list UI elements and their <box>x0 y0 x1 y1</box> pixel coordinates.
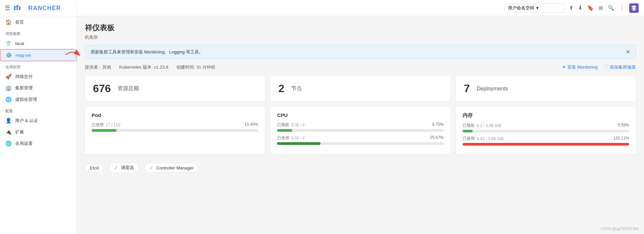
page-subtitle: 机集群 <box>85 34 636 40</box>
install-monitoring-link[interactable]: ✦ 安装 Monitoring <box>562 64 598 70</box>
local-label: local <box>15 41 24 46</box>
sidebar-header: ☰ RANCHER <box>0 0 76 16</box>
mem-used-label: 已使用 <box>463 136 475 142</box>
cpu-used-left: 已使用 1.03 / 4 <box>277 135 305 141</box>
namespace-label: 用户命名空间 <box>508 5 534 11</box>
stat-label-resources: 资源总额 <box>117 85 139 92</box>
mem-used-row: 已使用 4.42 / 3.68 GiB 120.11% <box>463 136 629 146</box>
download-icon[interactable]: ⬇ <box>578 5 582 11</box>
mem-used-label-row: 已使用 4.42 / 3.68 GiB 120.11% <box>463 136 629 142</box>
cpu-used-label-row: 已使用 1.03 / 4 25.67% <box>277 135 444 141</box>
content-area: 祥仪表板 机集群 用新集群工具来管理和安装 Monitoring、Logging… <box>77 16 644 234</box>
sidebar-item-xuni[interactable]: 🌐 虚拟化管理 <box>0 94 76 105</box>
user-icon: 👤 <box>5 118 12 124</box>
provider-label: 提供者：其他 <box>85 64 111 70</box>
global-apps-section: 全局应用 <box>0 61 76 71</box>
alert-text: 用新集群工具来管理和安装 Monitoring、Logging 等工具。 <box>91 49 203 55</box>
sidebar-item-mqq[interactable]: ⚙️ mqq-vm <box>0 49 76 61</box>
cpu-used-progress-bg <box>277 142 444 145</box>
cpu-used-value: 1.03 / 4 <box>291 136 305 141</box>
resource-card-memory: 内存 已预留 0.2 / 3.58 GiB 5.59% <box>456 107 636 154</box>
grid-icon[interactable]: ⊞ <box>599 5 603 11</box>
add-template-link[interactable]: 📄 添加集群做菜 <box>603 64 636 70</box>
sidebar-item-user[interactable]: 👤 用户 & 认证 <box>0 115 76 126</box>
mem-reserved-progress-fill <box>463 130 473 132</box>
resource-card-pod: Pod 已使用 17 / 110 15.45% <box>85 107 265 154</box>
sidebar-item-local[interactable]: 👕 local <box>0 38 76 49</box>
cpu-used-row: 已使用 1.03 / 4 25.67% <box>277 135 444 145</box>
pod-used-label: 已使用 <box>92 122 104 128</box>
resource-card-cpu: CPU 已预留 0.35 / 4 8.75% <box>270 107 450 154</box>
cpu-reserved-label-row: 已预留 0.35 / 4 8.75% <box>277 122 444 128</box>
pod-usage-row: 已使用 17 / 110 15.45% <box>92 122 258 132</box>
sidebar-item-home[interactable]: 🏠 首页 <box>0 16 76 28</box>
mem-reserved-percent: 5.59% <box>618 123 629 128</box>
sidebar-item-jiqun[interactable]: 🏢 集群管理 <box>0 82 76 94</box>
sidebar-item-jixu[interactable]: 🚀 持续交付 <box>0 71 76 82</box>
kuozhan-icon: 🔌 <box>5 129 12 135</box>
cpu-reserved-label: 已预留 <box>277 122 289 128</box>
cpu-reserved-progress-bg <box>277 129 444 132</box>
mem-used-left: 已使用 4.42 / 3.68 GiB <box>463 136 504 142</box>
home-icon: 🏠 <box>5 19 12 25</box>
pod-label-row: 已使用 17 / 110 15.45% <box>92 122 258 128</box>
topbar: 用户命名空间 ▾ ⬆ ⬇ 🔖 ⊞ 🔍 ⋮ <box>77 0 644 16</box>
mqq-icon: ⚙️ <box>6 52 12 58</box>
sidebar-item-kuozhan[interactable]: 🔌 扩展 <box>0 126 76 138</box>
status-badge-etcd: Etcd <box>85 163 104 173</box>
cpu-reserved-progress-fill <box>277 129 292 132</box>
more-options-icon[interactable]: ⋮ <box>619 5 624 11</box>
global-settings-icon: 🌐 <box>5 141 12 147</box>
stat-card-deployments: 7 Deployments <box>456 76 636 102</box>
mem-reserved-left: 已预留 0.2 / 3.58 GiB <box>463 123 501 128</box>
mem-used-progress-fill <box>463 143 629 146</box>
memory-title: 内存 <box>463 112 629 119</box>
main-area: 用户命名空间 ▾ ⬆ ⬇ 🔖 ⊞ 🔍 ⋮ 祥仪表板 机集群 用新集群工具来管理和… <box>77 0 644 234</box>
sidebar: ☰ RANCHER 🏠 首页 浏览集群 👕 local ⚙️ mqq-vm 全局… <box>0 0 77 234</box>
sidebar-item-global-settings[interactable]: 🌐 全局设置 <box>0 138 76 149</box>
local-icon: 👕 <box>5 40 12 46</box>
search-icon[interactable]: 🔍 <box>608 5 614 11</box>
stat-card-nodes: 2 节点 <box>270 76 450 102</box>
pod-used-value: 17 / 110 <box>106 123 120 127</box>
cpu-used-percent: 25.67% <box>430 135 444 141</box>
mem-used-progress-bg <box>463 143 629 146</box>
mem-reserved-progress-bg <box>463 130 629 132</box>
cpu-reserved-row: 已预留 0.35 / 4 8.75% <box>277 122 444 132</box>
svg-rect-2 <box>19 7 21 10</box>
mem-used-value: 4.42 / 3.68 GiB <box>477 136 504 141</box>
jixu-icon: 🚀 <box>5 74 12 80</box>
hamburger-icon[interactable]: ☰ <box>5 4 10 12</box>
jiqun-icon: 🏢 <box>5 85 12 91</box>
mqq-label: mqq-vm <box>15 53 31 58</box>
xuni-label: 虚拟化管理 <box>15 96 37 103</box>
kuozhan-label: 扩展 <box>15 129 24 135</box>
cluster-actions: ✦ 安装 Monitoring 📄 添加集群做菜 <box>562 64 636 70</box>
pod-progress-fill <box>92 129 116 132</box>
controller-check-icon: ✓ <box>149 165 154 170</box>
created-time: 创建时间: 31 分钟前 <box>176 64 215 70</box>
stat-number-nodes: 2 <box>278 82 284 95</box>
mem-used-percent: 120.11% <box>613 136 629 142</box>
mem-reserved-label-row: 已预留 0.2 / 3.58 GiB 5.59% <box>463 123 629 128</box>
avatar[interactable] <box>629 3 639 13</box>
cpu-used-label: 已使用 <box>277 135 289 141</box>
k8s-version: Kubernetes 版本: v1.23.8 <box>119 64 168 70</box>
xuni-icon: 🌐 <box>5 96 12 103</box>
stats-row: 676 资源总额 2 节点 7 Deployments <box>85 76 636 102</box>
stat-number-resources: 676 <box>93 82 111 95</box>
pod-progress-bg <box>92 129 258 132</box>
cluster-info-row: 提供者：其他 Kubernetes 版本: v1.23.8 创建时间: 31 分… <box>85 64 636 70</box>
upload-icon[interactable]: ⬆ <box>569 5 573 11</box>
mem-reserved-row: 已预留 0.2 / 3.58 GiB 5.59% <box>463 123 629 132</box>
jixu-label: 持续交付 <box>15 74 33 80</box>
stat-label-nodes: 节点 <box>291 85 302 92</box>
page-title: 祥仪表板 <box>85 23 636 33</box>
home-label: 首页 <box>15 19 24 25</box>
alert-close-button[interactable]: ✕ <box>626 49 630 55</box>
pod-title: Pod <box>92 112 258 118</box>
namespace-select[interactable]: 用户命名空间 ▾ <box>504 3 565 13</box>
alert-banner: 用新集群工具来管理和安装 Monitoring、Logging 等工具。 ✕ <box>85 45 636 59</box>
bookmark-icon[interactable]: 🔖 <box>587 5 594 11</box>
status-badge-controller-manager: ✓ Controller Manager <box>144 163 199 173</box>
